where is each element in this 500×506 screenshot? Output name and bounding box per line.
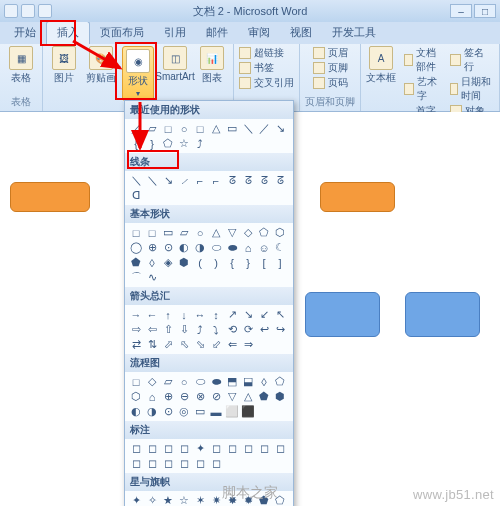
shape-flow-25[interactable]: ▬ xyxy=(208,404,224,419)
shape-lines-9[interactable]: ᘔ xyxy=(272,173,288,188)
shape-lines-2[interactable]: ↘ xyxy=(160,173,176,188)
shape-arrows-5[interactable]: ↕ xyxy=(208,307,224,322)
shape-arrows-6[interactable]: ↗ xyxy=(224,307,240,322)
undo-icon[interactable] xyxy=(21,4,35,18)
shape-flow-4[interactable]: ⬭ xyxy=(192,374,208,389)
shape-basic-2[interactable]: ▭ xyxy=(160,225,176,240)
shape-lines-8[interactable]: ᘔ xyxy=(256,173,272,188)
clipart-button[interactable]: 🎨剪贴画 xyxy=(85,46,117,101)
shape-basic-15[interactable]: ⬭ xyxy=(208,240,224,255)
redo-icon[interactable] xyxy=(38,4,52,18)
shape-flow-12[interactable]: ⊕ xyxy=(160,389,176,404)
shape-callouts-12[interactable]: ◻ xyxy=(160,456,176,471)
signature-button[interactable]: 签名行 xyxy=(450,46,494,74)
shape-arrows-23[interactable]: ⬁ xyxy=(176,337,192,352)
shape-basic-23[interactable]: ⬢ xyxy=(176,255,192,270)
shape-basic-29[interactable]: ] xyxy=(272,255,288,270)
shape-callouts-0[interactable]: ◻ xyxy=(128,441,144,456)
shape-arrows-1[interactable]: ← xyxy=(144,307,160,322)
shape-recent-10[interactable]: { xyxy=(128,136,144,151)
shape-arrows-20[interactable]: ⇄ xyxy=(128,337,144,352)
chart-button[interactable]: 📊图表 xyxy=(196,46,228,101)
shape-lines-5[interactable]: ⌐ xyxy=(208,173,224,188)
shape-callouts-1[interactable]: ◻ xyxy=(144,441,160,456)
shape-recent-8[interactable]: ／ xyxy=(256,121,272,136)
shape-basic-21[interactable]: ◊ xyxy=(144,255,160,270)
tab-home[interactable]: 开始 xyxy=(4,22,46,44)
shape-callouts-5[interactable]: ◻ xyxy=(208,441,224,456)
hyperlink-button[interactable]: 超链接 xyxy=(239,46,294,60)
smartart-button[interactable]: ◫SmartArt xyxy=(159,46,191,101)
tab-page-layout[interactable]: 页面布局 xyxy=(90,22,154,44)
shape-callouts-7[interactable]: ◻ xyxy=(240,441,256,456)
shape-arrows-19[interactable]: ↪ xyxy=(272,322,288,337)
shape-arrows-11[interactable]: ⇦ xyxy=(144,322,160,337)
shape-arrows-17[interactable]: ⟳ xyxy=(240,322,256,337)
shape-arrows-13[interactable]: ⇩ xyxy=(176,322,192,337)
shape-recent-11[interactable]: } xyxy=(144,136,160,151)
shape-blue-2[interactable] xyxy=(405,292,480,337)
shape-arrows-10[interactable]: ⇨ xyxy=(128,322,144,337)
shape-basic-31[interactable]: ∿ xyxy=(144,270,160,285)
shape-arrows-9[interactable]: ↖ xyxy=(272,307,288,322)
maximize-button[interactable]: □ xyxy=(474,4,496,18)
shape-arrows-14[interactable]: ⤴ xyxy=(192,322,208,337)
shape-recent-3[interactable]: ○ xyxy=(176,121,192,136)
shape-recent-4[interactable]: □ xyxy=(192,121,208,136)
shape-basic-3[interactable]: ▱ xyxy=(176,225,192,240)
tab-view[interactable]: 视图 xyxy=(280,22,322,44)
shape-flow-22[interactable]: ⊙ xyxy=(160,404,176,419)
shape-basic-20[interactable]: ⬟ xyxy=(128,255,144,270)
shape-flow-19[interactable]: ⬢ xyxy=(272,389,288,404)
shape-stars-0[interactable]: ✦ xyxy=(128,493,144,506)
shape-recent-1[interactable]: ▱ xyxy=(144,121,160,136)
datetime-button[interactable]: 日期和时间 xyxy=(450,75,494,103)
shape-arrows-22[interactable]: ⬀ xyxy=(160,337,176,352)
shape-blue-1[interactable] xyxy=(305,292,380,337)
crossref-button[interactable]: 交叉引用 xyxy=(239,76,294,90)
shape-basic-0[interactable]: □ xyxy=(128,225,144,240)
shape-basic-19[interactable]: ☾ xyxy=(272,240,288,255)
shape-arrows-21[interactable]: ⇅ xyxy=(144,337,160,352)
shape-callouts-11[interactable]: ◻ xyxy=(144,456,160,471)
shape-basic-27[interactable]: } xyxy=(240,255,256,270)
shape-arrows-2[interactable]: ↑ xyxy=(160,307,176,322)
shape-arrows-18[interactable]: ↩ xyxy=(256,322,272,337)
shape-basic-12[interactable]: ⊙ xyxy=(160,240,176,255)
shape-flow-21[interactable]: ◑ xyxy=(144,404,160,419)
save-icon[interactable] xyxy=(4,4,18,18)
shape-recent-14[interactable]: ⤴ xyxy=(192,136,208,151)
tab-mailings[interactable]: 邮件 xyxy=(196,22,238,44)
shape-arrows-4[interactable]: ↔ xyxy=(192,307,208,322)
quickparts-button[interactable]: 文档部件 xyxy=(404,46,442,74)
shape-callouts-3[interactable]: ◻ xyxy=(176,441,192,456)
picture-button[interactable]: 🖼图片 xyxy=(48,46,80,101)
shape-flow-3[interactable]: ○ xyxy=(176,374,192,389)
shape-flow-1[interactable]: ◇ xyxy=(144,374,160,389)
shape-recent-13[interactable]: ☆ xyxy=(176,136,192,151)
shape-basic-11[interactable]: ⊕ xyxy=(144,240,160,255)
shape-lines-4[interactable]: ⌐ xyxy=(192,173,208,188)
shape-basic-4[interactable]: ○ xyxy=(192,225,208,240)
shape-flow-5[interactable]: ⬬ xyxy=(208,374,224,389)
shape-arrows-25[interactable]: ⬃ xyxy=(208,337,224,352)
shape-basic-7[interactable]: ◇ xyxy=(240,225,256,240)
shape-stars-1[interactable]: ✧ xyxy=(144,493,160,506)
shape-basic-8[interactable]: ⬠ xyxy=(256,225,272,240)
shape-recent-12[interactable]: ⬠ xyxy=(160,136,176,151)
bookmark-button[interactable]: 书签 xyxy=(239,61,294,75)
shape-flow-0[interactable]: □ xyxy=(128,374,144,389)
shape-basic-17[interactable]: ⌂ xyxy=(240,240,256,255)
shape-lines-0[interactable]: ＼ xyxy=(128,173,144,188)
shape-stars-4[interactable]: ✶ xyxy=(192,493,208,506)
shape-lines-1[interactable]: ＼ xyxy=(144,173,160,188)
shape-basic-26[interactable]: { xyxy=(224,255,240,270)
shape-flow-17[interactable]: △ xyxy=(240,389,256,404)
shape-basic-10[interactable]: ◯ xyxy=(128,240,144,255)
shape-basic-22[interactable]: ◈ xyxy=(160,255,176,270)
shape-arrows-7[interactable]: ↘ xyxy=(240,307,256,322)
shape-recent-2[interactable]: □ xyxy=(160,121,176,136)
shape-basic-9[interactable]: ⬡ xyxy=(272,225,288,240)
header-button[interactable]: 页眉 xyxy=(313,46,348,60)
shape-basic-25[interactable]: ) xyxy=(208,255,224,270)
